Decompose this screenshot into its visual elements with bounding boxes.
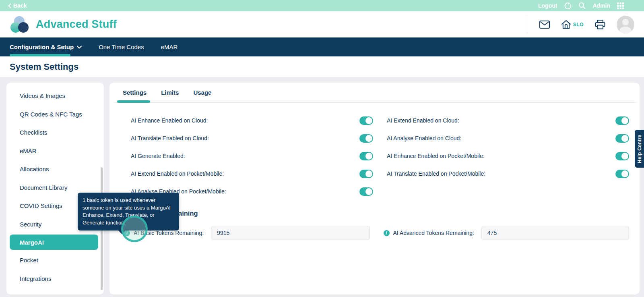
sidebar-item-videos-images[interactable]: Videos & Images (6, 87, 104, 105)
setting-row: AI Extend Enabled on Cloud: (387, 112, 629, 129)
active-nav-indicator (10, 54, 70, 56)
info-icon[interactable] (384, 230, 390, 236)
setting-label: AI Generate Enabled: (131, 153, 185, 159)
logout-link[interactable]: Logout (538, 2, 557, 9)
avatar-body (619, 27, 632, 33)
sidebar-item-label: Security (20, 221, 41, 228)
setting-row: AI Analyse Enabled on Cloud: (387, 129, 629, 147)
sidebar-item-label: Checklists (20, 129, 47, 136)
sidebar-item-integrations[interactable]: Integrations (6, 270, 104, 288)
toggle-ai-translate-enabled-on-pocket-mobile[interactable] (615, 170, 629, 178)
sidebar-item-margoai[interactable]: MargoAI (10, 235, 98, 250)
back-button[interactable]: Back (8, 2, 27, 9)
chevron-down-icon (77, 46, 82, 49)
logout-icon[interactable] (564, 2, 572, 10)
setting-label: AI Enhance Enabled on Pocket/Mobile: (387, 153, 485, 159)
toggle-knob (365, 135, 372, 142)
sidebar-item-allocations[interactable]: Allocations (6, 160, 104, 179)
page-title-bar: System Settings (0, 56, 644, 77)
settings-tabs: Settings Limits Usage (109, 83, 640, 102)
setting-label: AI Translate Enabled on Pocket/Mobile: (387, 170, 485, 177)
toggle-knob (365, 188, 372, 195)
settings-sidebar: Videos & ImagesQR Codes & NFC TagsCheckl… (6, 83, 104, 295)
page-title: System Settings (10, 62, 78, 72)
home-icon[interactable] (561, 20, 571, 29)
token-label: AI Advanced Tokens Remaining: (393, 230, 474, 236)
info-tooltip: 1 basic token is used whenever someone o… (78, 193, 179, 231)
token-field: AI Advanced Tokens Remaining: (384, 226, 630, 240)
tab-usage[interactable]: Usage (193, 89, 211, 102)
tokens-section-heading: AI Tokens Remaining (131, 210, 640, 217)
app-title: Advanced Stuff (36, 18, 117, 31)
sidebar-item-label: Document Library (20, 184, 67, 191)
toggle-ai-enhance-enabled-on-cloud[interactable] (359, 116, 373, 125)
setting-label: AI Extend Enabled on Pocket/Mobile: (131, 170, 224, 177)
nav-item-one-time-codes[interactable]: One Time Codes (99, 44, 144, 50)
token-label: AI Basic Tokens Remaining: (134, 230, 204, 236)
setting-label: AI Analyse Enabled on Cloud: (387, 135, 461, 141)
avatar-head (622, 19, 629, 25)
setting-row: AI Enhance Enabled on Pocket/Mobile: (387, 147, 629, 165)
back-label: Back (13, 2, 27, 9)
toggle-ai-generate-enabled[interactable] (359, 152, 373, 160)
print-icon[interactable] (595, 20, 605, 29)
sidebar-item-label: COVID Settings (20, 202, 62, 209)
header-actions: SLO (527, 15, 634, 34)
toggle-ai-analyse-enabled-on-pocket-mobile[interactable] (359, 187, 373, 196)
toggle-ai-enhance-enabled-on-pocket-mobile[interactable] (615, 152, 629, 160)
sidebar-item-label: Pocket (20, 257, 38, 264)
sidebar-item-label: QR Codes & NFC Tags (20, 111, 82, 118)
toggle-knob (621, 117, 628, 124)
toggle-knob (365, 117, 372, 124)
toggle-ai-translate-enabled-on-cloud[interactable] (359, 134, 373, 143)
tab-limits[interactable]: Limits (161, 89, 179, 102)
toggle-ai-extend-enabled-on-pocket-mobile[interactable] (359, 170, 373, 178)
user-avatar[interactable] (617, 16, 634, 33)
app-header: Advanced Stuff SLO (0, 11, 644, 37)
top-utility-bar: Back Logout Admin (0, 0, 644, 11)
setting-label: AI Extend Enabled on Cloud: (387, 117, 459, 124)
app-logo (10, 15, 30, 34)
toggle-ai-extend-enabled-on-cloud[interactable] (615, 116, 629, 125)
tabs-divider (114, 102, 636, 103)
toggle-knob (365, 170, 372, 177)
token-input-ai-advanced-tokens-remaining[interactable] (481, 226, 629, 240)
toggles-grid: AI Enhance Enabled on Cloud:AI Extend En… (131, 112, 629, 200)
help-centre-tab[interactable]: Help Centre (635, 130, 644, 168)
site-badge[interactable]: SLO (573, 22, 584, 27)
setting-label: AI Enhance Enabled on Cloud: (131, 117, 208, 124)
nav-item-configuration-setup[interactable]: Configuration & Setup (10, 44, 82, 50)
sidebar-nav: Videos & ImagesQR Codes & NFC TagsCheckl… (6, 87, 104, 288)
toggle-knob (621, 170, 628, 177)
sidebar-item-qr-codes-nfc-tags[interactable]: QR Codes & NFC Tags (6, 105, 104, 124)
setting-row: AI Generate Enabled: (131, 147, 373, 165)
nav-item-emar[interactable]: eMAR (161, 44, 178, 50)
admin-menu[interactable]: Admin (592, 2, 610, 9)
nav-label: One Time Codes (99, 44, 144, 50)
toggle-knob (621, 153, 628, 160)
sidebar-item-label: Videos & Images (20, 92, 65, 99)
nav-label: Configuration & Setup (10, 44, 74, 50)
setting-row: AI Enhance Enabled on Cloud: (131, 112, 373, 129)
help-centre-label: Help Centre (637, 135, 642, 163)
sidebar-item-label: MargoAI (20, 239, 44, 246)
setting-row: AI Translate Enabled on Pocket/Mobile: (387, 165, 629, 183)
search-icon[interactable] (578, 2, 586, 9)
token-input-ai-basic-tokens-remaining[interactable] (211, 226, 369, 240)
sidebar-item-label: Integrations (20, 275, 51, 282)
sidebar-item-pocket[interactable]: Pocket (6, 251, 104, 270)
setting-label: AI Translate Enabled on Cloud: (131, 135, 209, 141)
sidebar-item-label: Allocations (20, 166, 49, 172)
messages-icon[interactable] (539, 21, 550, 29)
toggle-ai-analyse-enabled-on-cloud[interactable] (615, 134, 629, 143)
apps-grid-icon[interactable] (617, 2, 624, 9)
active-tab-indicator (117, 100, 150, 103)
sidebar-item-checklists[interactable]: Checklists (6, 123, 104, 142)
sidebar-item-emar[interactable]: eMAR (6, 142, 104, 160)
toggle-knob (621, 135, 628, 142)
home-group: SLO (561, 20, 584, 29)
topbar-right-group: Logout Admin (538, 2, 635, 10)
sidebar-item-label: eMAR (20, 147, 37, 154)
tokens-grid: AI Basic Tokens Remaining:AI Advanced To… (124, 226, 629, 240)
toggle-knob (365, 153, 372, 160)
